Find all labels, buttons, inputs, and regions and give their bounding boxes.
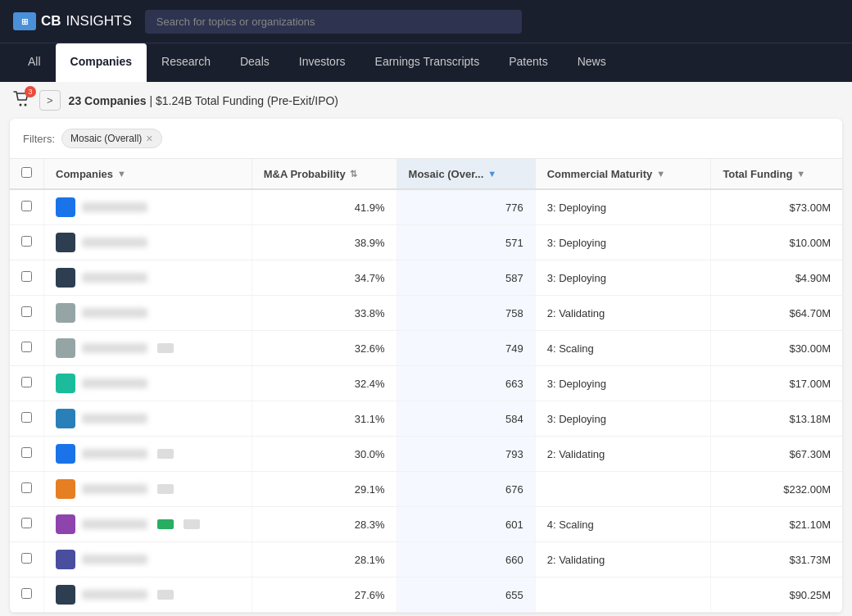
col-header-total-funding[interactable]: Total Funding ▼ — [711, 159, 842, 189]
summary-separator: | — [147, 94, 156, 107]
company-logo — [56, 374, 75, 393]
comm-maturity-cell: 3: Deploying — [535, 366, 711, 401]
nav-item-research[interactable]: Research — [147, 43, 225, 82]
company-cell[interactable] — [44, 542, 252, 578]
company-cell[interactable] — [44, 472, 252, 507]
row-checkbox-cell[interactable] — [10, 366, 44, 401]
filter-tag-mosaic[interactable]: Mosaic (Overall) × — [61, 129, 162, 148]
row-checkbox[interactable] — [21, 201, 32, 211]
ma-prob-cell: 30.0% — [252, 437, 397, 472]
ma-prob-cell: 31.1% — [252, 401, 397, 437]
comm-maturity-cell: 2: Validating — [535, 542, 711, 578]
company-cell[interactable] — [44, 507, 252, 542]
mosaic-cell: 660 — [397, 542, 535, 578]
table-row: 28.3%6014: Scaling$21.10M — [10, 507, 842, 542]
comm-maturity-cell: 3: Deploying — [535, 260, 711, 296]
company-logo — [56, 479, 75, 499]
toolbar-row: 3 > 23 Companies | $1.24B Total Funding … — [0, 82, 852, 119]
row-checkbox-cell[interactable] — [10, 260, 44, 296]
col-header-companies[interactable]: Companies ▼ — [44, 159, 252, 189]
total-funding-cell: $4.90M — [711, 260, 842, 296]
company-cell[interactable] — [44, 225, 252, 260]
company-cell[interactable] — [44, 296, 252, 331]
row-checkbox-cell[interactable] — [10, 472, 44, 507]
select-all-checkbox[interactable] — [21, 167, 32, 178]
row-checkbox[interactable] — [21, 553, 32, 564]
company-logo — [56, 444, 75, 464]
svg-point-0 — [20, 104, 22, 106]
company-cell[interactable] — [44, 401, 252, 437]
company-logo — [56, 550, 75, 569]
company-logo — [56, 233, 75, 252]
total-funding-cell: $64.70M — [711, 296, 842, 331]
nav-item-news[interactable]: News — [563, 43, 621, 82]
nav-item-patents[interactable]: Patents — [494, 43, 562, 82]
top-bar: ⊞ CBINSIGHTS — [0, 0, 852, 43]
mosaic-cell: 571 — [397, 225, 535, 260]
comm-maturity-cell: 2: Validating — [535, 437, 711, 472]
row-checkbox-cell[interactable] — [10, 401, 44, 437]
nav-item-deals[interactable]: Deals — [225, 43, 284, 82]
row-checkbox[interactable] — [21, 447, 32, 458]
mosaic-cell: 601 — [397, 507, 535, 542]
row-checkbox[interactable] — [21, 377, 32, 387]
sort-icon-total-funding: ▼ — [796, 169, 805, 179]
row-checkbox[interactable] — [21, 412, 32, 423]
table-row: 32.6%7494: Scaling$30.00M — [10, 331, 842, 366]
logo[interactable]: ⊞ CBINSIGHTS — [13, 12, 132, 30]
row-checkbox-cell[interactable] — [10, 331, 44, 366]
total-funding-cell: $10.00M — [711, 225, 842, 260]
expand-button[interactable]: > — [39, 90, 61, 111]
filter-remove-icon[interactable]: × — [146, 132, 152, 145]
company-cell[interactable] — [44, 189, 252, 225]
company-name — [82, 378, 147, 388]
col-header-comm-maturity[interactable]: Commercial Maturity ▼ — [535, 159, 711, 189]
table-header-row: Companies ▼ M&A Probability ⇅ Mosaic (Ov… — [10, 159, 842, 189]
company-cell[interactable] — [44, 260, 252, 296]
row-checkbox[interactable] — [21, 236, 32, 247]
nav-item-earnings[interactable]: Earnings Transcripts — [360, 43, 495, 82]
cart-button[interactable]: 3 — [13, 91, 31, 110]
company-name — [82, 273, 147, 283]
row-checkbox[interactable] — [21, 482, 32, 493]
row-checkbox-cell[interactable] — [10, 189, 44, 225]
company-tag-blue — [157, 484, 174, 494]
total-funding: $1.24B Total Funding (Pre-Exit/IPO) — [156, 94, 338, 107]
company-count: 23 Companies — [69, 94, 147, 107]
nav-item-companies[interactable]: Companies — [56, 43, 147, 82]
row-checkbox[interactable] — [21, 518, 32, 528]
col-header-ma-prob[interactable]: M&A Probability ⇅ — [252, 159, 397, 189]
checkbox-header[interactable] — [10, 159, 44, 189]
company-cell[interactable] — [44, 366, 252, 401]
row-checkbox-cell[interactable] — [10, 542, 44, 578]
col-header-mosaic[interactable]: Mosaic (Over... ▼ — [397, 159, 535, 189]
logo-insights: INSIGHTS — [66, 13, 132, 29]
total-funding-cell: $90.25M — [711, 578, 842, 613]
comm-maturity-cell: 2: Validating — [535, 296, 711, 331]
search-input[interactable] — [145, 10, 522, 34]
row-checkbox-cell[interactable] — [10, 578, 44, 613]
comm-maturity-cell: 3: Deploying — [535, 401, 711, 437]
company-name — [82, 343, 147, 353]
company-cell[interactable] — [44, 437, 252, 472]
row-checkbox-cell[interactable] — [10, 225, 44, 260]
company-cell[interactable] — [44, 331, 252, 366]
row-checkbox[interactable] — [21, 342, 32, 352]
row-checkbox[interactable] — [21, 271, 32, 282]
comm-maturity-cell: 3: Deploying — [535, 225, 711, 260]
total-funding-cell: $21.10M — [711, 507, 842, 542]
row-checkbox-cell[interactable] — [10, 296, 44, 331]
logo-cb: CB — [41, 13, 61, 29]
row-checkbox[interactable] — [21, 588, 32, 599]
nav-item-all[interactable]: All — [13, 43, 56, 82]
search-bar[interactable] — [145, 10, 522, 34]
nav-item-investors[interactable]: Investors — [284, 43, 360, 82]
row-checkbox-cell[interactable] — [10, 437, 44, 472]
company-name — [82, 590, 147, 600]
row-checkbox-cell[interactable] — [10, 507, 44, 542]
company-logo — [56, 409, 75, 428]
ma-prob-cell: 33.8% — [252, 296, 397, 331]
company-cell[interactable] — [44, 578, 252, 613]
nav-bar: All Companies Research Deals Investors E… — [0, 43, 852, 82]
row-checkbox[interactable] — [21, 306, 32, 317]
